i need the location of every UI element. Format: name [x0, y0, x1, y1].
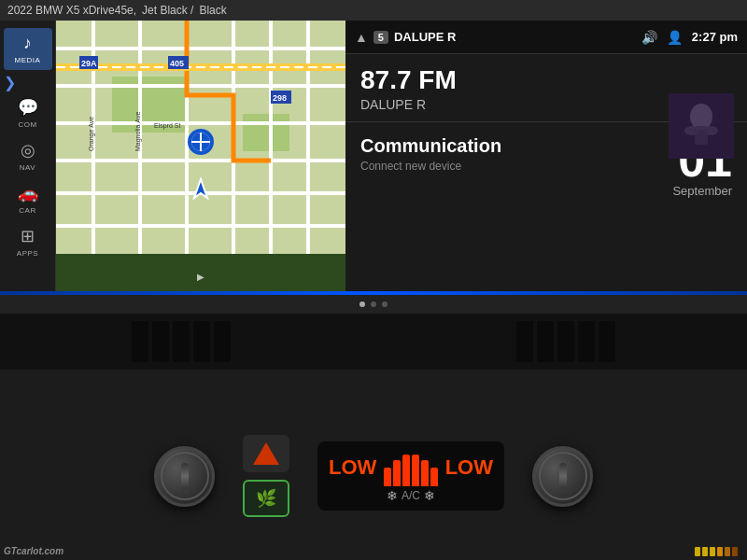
time-display: 2:27 pm [692, 30, 738, 44]
header-artist-name: DALUPE R [394, 30, 456, 44]
eco-icon: 🌿 [256, 488, 276, 509]
ac-temp-left: LOW [329, 455, 376, 480]
indicator-lights [695, 547, 738, 556]
snowflake-icon-2: ❄ [424, 488, 435, 503]
date-month: September [672, 184, 732, 198]
svg-point-1 [690, 104, 712, 130]
ac-bar-1 [384, 468, 391, 486]
dot-3[interactable] [382, 301, 388, 307]
knob-ring-left [161, 452, 209, 500]
nav-icon-media: ♪ [23, 34, 32, 53]
center-cluster: 🌿 [243, 435, 289, 517]
nav-label-com: COM [18, 120, 36, 129]
radio-frequency: 87.7 FM [360, 67, 732, 93]
indicator-light [695, 547, 700, 556]
vent-slot [516, 321, 533, 362]
nav-label-nav: NAV [20, 163, 35, 172]
ac-temp-right: LOW [445, 455, 493, 480]
sidebar-item-com[interactable]: 💬 COM [4, 91, 52, 134]
snowflake-icon-1: ❄ [387, 488, 398, 503]
nav-icon-nav: ◎ [21, 140, 35, 161]
controls-row: 🌿 LOW LOW ❄ A/C ❄ [0, 370, 747, 560]
comm-left: Communication Connect new device [360, 135, 501, 173]
vent-slot [132, 321, 148, 362]
radio-section: 87.7 FM DALUPE R [345, 54, 747, 122]
comm-title: Communication [360, 135, 501, 157]
up-arrow[interactable]: ▲ [355, 30, 368, 45]
indicator-light [710, 547, 715, 556]
vent-slot [214, 321, 231, 362]
indicator-light [717, 547, 723, 556]
right-control-knob[interactable] [532, 446, 593, 507]
screen-header-right: 🔊 👤 2:27 pm [641, 30, 738, 45]
dots-indicator [0, 295, 747, 314]
top-bar: 2022 BMW X5 xDrive45e, Jet Black / Black [0, 0, 747, 21]
color-label-1: Jet Black / [142, 4, 193, 17]
indicator-light [702, 547, 708, 556]
nav-label-media: MEDIA [15, 56, 41, 64]
album-art-image [669, 93, 734, 159]
svg-rect-4 [695, 126, 708, 145]
vent-slot [173, 321, 190, 362]
volume-icon[interactable]: 🔊 [641, 30, 657, 45]
dot-1[interactable] [359, 301, 365, 307]
map-nav-indicator: ▶ [197, 272, 204, 282]
knob-indicator [181, 463, 189, 489]
center-vent [233, 321, 514, 362]
ac-display: LOW LOW ❄ A/C ❄ [317, 441, 504, 511]
ac-bar-3 [402, 455, 410, 486]
screen-header-left: ▲ 5 DALUPE R [355, 30, 456, 45]
eco-button[interactable]: 🌿 [243, 480, 289, 517]
screen-header: ▲ 5 DALUPE R 🔊 👤 2:27 pm [345, 21, 747, 54]
sidebar-item-car[interactable]: 🚗 CAR [4, 177, 52, 220]
nav-label-apps: APPS [17, 249, 38, 258]
vent-area [0, 314, 747, 370]
indicator-light [725, 547, 730, 556]
nav-icon-com: 💬 [18, 97, 38, 118]
ac-label: ❄ A/C ❄ [387, 488, 435, 503]
dot-2[interactable] [371, 301, 376, 307]
dashboard: 🌿 LOW LOW ❄ A/C ❄ [0, 314, 747, 560]
ac-visual [384, 449, 438, 486]
knob-indicator-right [559, 463, 567, 489]
sidebar: ♪ MEDIA ❯ 💬 COM ◎ NAV 🚗 CAR ⊞ APPS [0, 21, 56, 291]
sidebar-item-media[interactable]: ♪ MEDIA [4, 28, 52, 70]
knob-ring-right [539, 452, 587, 500]
ac-bar-6 [430, 468, 438, 486]
color-label-2: Black [199, 4, 226, 17]
sidebar-item-nav[interactable]: ◎ NAV [4, 134, 52, 177]
vent-slot [152, 321, 169, 362]
sidebar-chevron-icon: ❯ [4, 74, 52, 91]
infotainment-screen: ♪ MEDIA ❯ 💬 COM ◎ NAV 🚗 CAR ⊞ APPS ▶ ▲ 5 [0, 21, 747, 291]
ac-label-text: A/C [402, 489, 420, 502]
warning-button[interactable] [243, 435, 289, 472]
nav-icon-apps: ⊞ [21, 226, 35, 246]
ac-bar-5 [421, 460, 429, 486]
album-art [669, 93, 734, 159]
track-number: 5 [374, 31, 388, 44]
nav-label-car: CAR [19, 206, 35, 215]
vent-slot [537, 321, 554, 362]
map-area[interactable]: ▶ [56, 21, 345, 291]
vent-slot [578, 321, 595, 362]
sidebar-item-apps[interactable]: ⊞ APPS [4, 220, 52, 263]
left-control-knob[interactable] [154, 446, 215, 507]
nav-icon-car: 🚗 [18, 183, 38, 203]
info-panel: ▲ 5 DALUPE R 🔊 👤 2:27 pm 87.7 FM DALUPE … [345, 21, 747, 291]
car-model: 2022 BMW X5 xDrive45e, [7, 4, 136, 17]
map-canvas [56, 21, 345, 254]
vent-slot [557, 321, 574, 362]
watermark: GTcarlot.com [4, 546, 63, 556]
vent-slot [599, 321, 615, 362]
comm-subtitle: Connect new device [360, 160, 501, 173]
ac-bar-2 [393, 460, 401, 486]
ac-temp-row: LOW LOW [329, 449, 493, 486]
vent-slot [193, 321, 210, 362]
phone-icon[interactable]: 👤 [667, 30, 683, 45]
ac-bar-4 [412, 455, 419, 486]
warning-triangle-icon [253, 442, 279, 465]
indicator-light [732, 547, 738, 556]
